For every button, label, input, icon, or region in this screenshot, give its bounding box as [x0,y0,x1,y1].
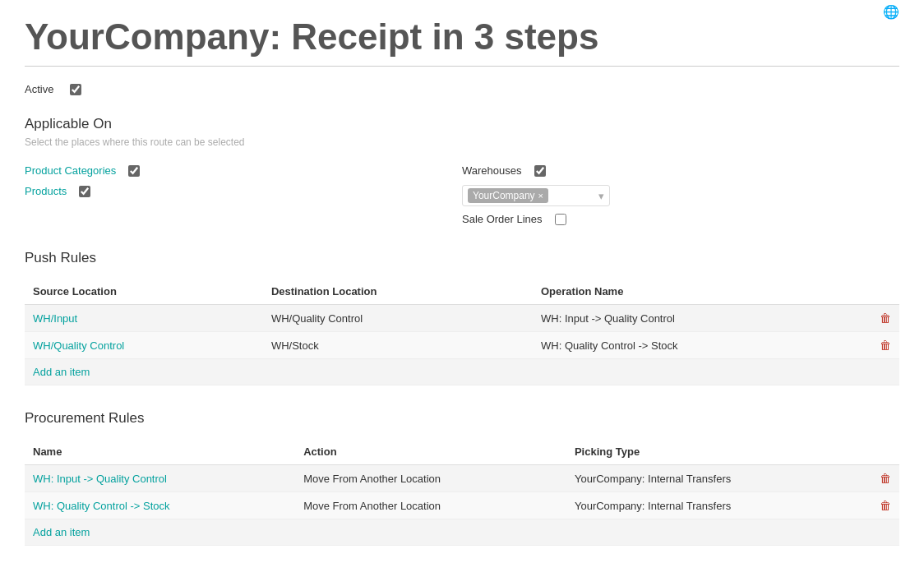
warehouse-tag: YourCompany × [468,188,548,203]
product-categories-checkbox[interactable] [128,165,140,177]
dropdown-arrow-icon: ▾ [598,190,604,202]
warehouse-dropdown[interactable]: YourCompany × ▾ [462,185,610,206]
push-col-source: Source Location [25,279,263,305]
proc-name-cell[interactable]: WH: Input -> Quality Control [25,465,295,492]
push-source-cell[interactable]: WH/Input [25,305,263,332]
active-checkbox[interactable] [70,84,81,95]
push-op-cell: WH: Quality Control -> Stock [533,332,871,359]
push-col-op: Operation Name [533,279,871,305]
proc-col-picking: Picking Type [566,439,871,465]
push-delete-icon[interactable]: 🗑 [880,339,891,352]
products-link[interactable]: Products [25,185,67,197]
proc-picking-cell: YourCompany: Internal Transfers [566,492,871,519]
proc-col-name: Name [25,439,295,465]
proc-rules-add-row[interactable]: Add an item [25,519,899,546]
push-rules-table: Source Location Destination Location Ope… [25,279,899,385]
page-title: YourCompany: Receipt in 3 steps [25,16,598,58]
warehouse-tag-remove[interactable]: × [538,191,543,201]
push-col-dest: Destination Location [263,279,533,305]
proc-action-cell: Move From Another Location [295,492,566,519]
proc-name-cell[interactable]: WH: Quality Control -> Stock [25,492,295,519]
proc-rule-row[interactable]: WH: Input -> Quality Control Move From A… [25,465,899,492]
product-categories-link[interactable]: Product Categories [25,164,116,177]
applicable-on-title: Applicable On [25,116,899,132]
push-delete-icon[interactable]: 🗑 [880,311,891,325]
proc-col-action: Action [295,439,566,465]
push-rule-row[interactable]: WH/Quality Control WH/Stock WH: Quality … [25,332,899,359]
push-rule-row[interactable]: WH/Input WH/Quality Control WH: Input ->… [25,305,899,332]
proc-action-cell: Move From Another Location [295,465,566,492]
proc-picking-cell: YourCompany: Internal Transfers [566,465,871,492]
push-rules-add-row[interactable]: Add an item [25,359,899,385]
push-rules-add-label[interactable]: Add an item [25,359,899,385]
push-dest-cell: WH/Stock [263,332,533,359]
push-rules-title: Push Rules [25,250,899,266]
proc-delete-icon[interactable]: 🗑 [880,499,891,512]
applicable-on-subtitle: Select the places where this route can b… [25,136,899,148]
proc-rule-row[interactable]: WH: Quality Control -> Stock Move From A… [25,492,899,519]
globe-icon: 🌐 [883,5,899,19]
proc-rules-table: Name Action Picking Type WH: Input -> Qu… [25,439,899,546]
sale-order-lines-label: Sale Order Lines [462,213,543,225]
warehouses-checkbox[interactable] [534,165,546,177]
procurement-rules-title: Procurement Rules [25,410,899,427]
products-checkbox[interactable] [79,186,90,197]
proc-rules-add-label[interactable]: Add an item [25,519,899,546]
warehouses-label: Warehouses [462,164,522,177]
push-source-cell[interactable]: WH/Quality Control [25,332,263,359]
proc-delete-icon[interactable]: 🗑 [880,472,891,485]
push-dest-cell: WH/Quality Control [263,305,533,332]
push-op-cell: WH: Input -> Quality Control [533,305,871,332]
active-label: Active [25,83,53,95]
sale-order-lines-checkbox[interactable] [555,214,566,225]
